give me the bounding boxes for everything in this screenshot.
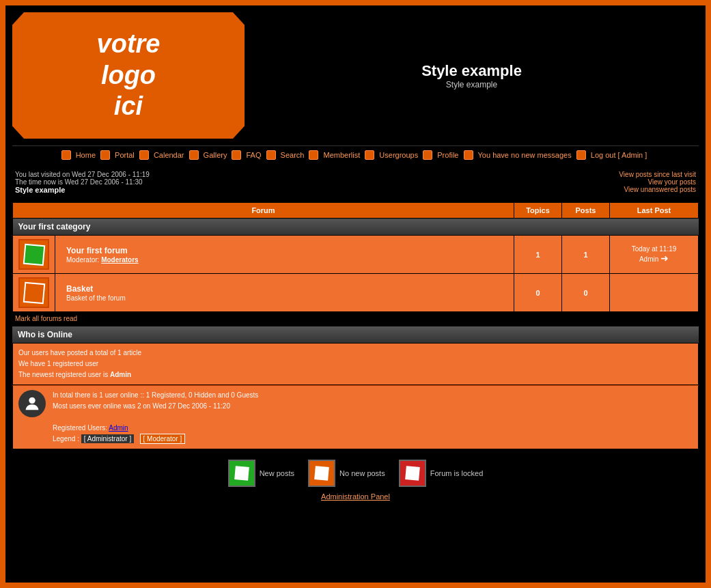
memberlist-icon xyxy=(309,150,318,160)
new-posts-label: New posts xyxy=(260,469,294,477)
nav-link-usergroups[interactable]: Usergroups xyxy=(379,151,418,159)
forum-name-link[interactable]: Basket xyxy=(66,284,93,294)
registered-user-link[interactable]: Admin xyxy=(109,424,128,432)
nav-item-gallery[interactable]: Gallery xyxy=(189,150,230,160)
forum-name-cell: Basket Basket of the forum xyxy=(55,274,514,312)
table-row: Your first forum Moderator: Moderators 1… xyxy=(13,236,699,274)
nav-link-memberlist[interactable]: Memberlist xyxy=(323,151,360,159)
no-new-posts-label: No new posts xyxy=(339,469,385,477)
table-row: Basket Basket of the forum 0 0 xyxy=(13,274,699,312)
forum-description: Basket of the forum xyxy=(66,294,126,302)
style-label: Style example xyxy=(15,186,150,194)
svg-point-0 xyxy=(29,397,35,404)
legend-mod-label: [ Moderator ] xyxy=(140,434,186,444)
nav-link-calendar[interactable]: Calendar xyxy=(154,151,184,159)
nav-link-profile[interactable]: Profile xyxy=(437,151,458,159)
nav-link-faq[interactable]: FAQ xyxy=(246,151,261,159)
view-posts-since-link[interactable]: View posts since last visit xyxy=(619,171,696,178)
logo-text: votre logo ici xyxy=(97,29,161,122)
stats-line3: The newest registered user is Admin xyxy=(18,369,141,380)
current-time: The time now is Wed 27 Dec 2006 - 11:30 xyxy=(15,178,150,186)
forum-new-posts-icon xyxy=(18,239,49,270)
nav-item-usergroups[interactable]: Usergroups xyxy=(365,150,421,160)
no-new-posts-icon xyxy=(308,460,335,487)
moderator-label: Moderator: Moderators xyxy=(66,256,139,264)
online-line1: In total there is 1 user online :: 1 Reg… xyxy=(53,390,258,401)
nav-item-memberlist[interactable]: Memberlist xyxy=(309,150,363,160)
no-new-posts-legend: No new posts xyxy=(308,460,385,487)
topics-count: 0 xyxy=(514,274,562,312)
nav-link-search[interactable]: Search xyxy=(281,151,305,159)
nav-item-faq[interactable]: FAQ xyxy=(232,150,264,160)
stats-bar: You last visited on Wed 27 Dec 2006 - 11… xyxy=(12,165,699,197)
nav-item-search[interactable]: Search xyxy=(266,150,307,160)
forum-header: Forum xyxy=(13,203,514,219)
site-subtitle: Style example xyxy=(245,80,699,89)
locked-legend: Forum is locked xyxy=(399,460,484,487)
locked-icon xyxy=(399,460,426,487)
legend-admin-label: [ Administrator ] xyxy=(81,434,134,443)
posts-count: 0 xyxy=(562,274,610,312)
navigation: Home Portal Calendar Gallery FAQ Search … xyxy=(12,145,699,165)
who-online-online: In total there is 1 user online :: 1 Reg… xyxy=(12,385,699,449)
topics-header: Topics xyxy=(514,203,562,219)
nav-item-portal[interactable]: Portal xyxy=(100,150,137,160)
last-post-arrow-icon: ➜ xyxy=(660,253,669,264)
topics-count: 1 xyxy=(514,236,562,274)
stats-right: View posts since last visit View your po… xyxy=(619,171,696,193)
messages-icon xyxy=(464,150,473,160)
profile-icon xyxy=(423,150,432,160)
locked-label: Forum is locked xyxy=(430,469,484,477)
nav-item-home[interactable]: Home xyxy=(61,150,98,160)
forum-icon-cell xyxy=(13,236,55,274)
header: votre logo ici Style example Style examp… xyxy=(12,12,699,139)
new-posts-icon xyxy=(228,460,255,487)
posts-count: 1 xyxy=(562,236,610,274)
nav-link-logout[interactable]: Log out [ Admin ] xyxy=(591,151,647,159)
last-post-cell: Today at 11:19 Admin ➜ xyxy=(610,236,699,274)
who-online-header: Who is Online xyxy=(12,326,699,343)
nav-item-calendar[interactable]: Calendar xyxy=(139,150,187,160)
category-row: Your first category xyxy=(13,219,699,236)
calendar-icon xyxy=(139,150,149,160)
site-title: Style example Style example xyxy=(245,62,699,89)
nav-item-messages[interactable]: You have no new messages xyxy=(464,150,574,160)
registered-users: Registered Users: Admin xyxy=(53,423,258,434)
home-icon xyxy=(61,150,71,160)
gallery-icon xyxy=(189,150,199,160)
last-post-cell xyxy=(610,274,699,312)
forum-icon-cell xyxy=(13,274,55,312)
nav-link-messages[interactable]: You have no new messages xyxy=(478,151,572,159)
admin-panel[interactable]: Administration Panel xyxy=(12,492,699,501)
new-posts-legend: New posts xyxy=(228,460,294,487)
forum-no-new-posts-icon xyxy=(18,277,49,308)
faq-icon xyxy=(232,150,241,160)
nav-link-gallery[interactable]: Gallery xyxy=(204,151,227,159)
moderator-link[interactable]: Moderators xyxy=(101,256,138,264)
posts-header: Posts xyxy=(562,203,610,219)
logo: votre logo ici xyxy=(12,12,245,139)
online-users-icon xyxy=(18,390,46,417)
nav-item-profile[interactable]: Profile xyxy=(423,150,461,160)
online-stats-text: In total there is 1 user online :: 1 Reg… xyxy=(53,390,258,445)
who-online-stats: Our users have posted a total of 1 artic… xyxy=(12,343,699,385)
mark-read-link[interactable]: Mark all forums read xyxy=(15,315,77,322)
usergroups-icon xyxy=(365,150,374,160)
newest-user-link[interactable]: Admin xyxy=(110,371,131,378)
view-unanswered-link[interactable]: View unanswered posts xyxy=(624,186,696,193)
nav-link-portal[interactable]: Portal xyxy=(115,151,135,159)
stats-line2: We have 1 registered user xyxy=(18,359,141,369)
mark-read[interactable]: Mark all forums read xyxy=(12,312,699,325)
nav-item-logout[interactable]: Log out [ Admin ] xyxy=(576,150,650,160)
footer: New posts No new posts Forum is locked A… xyxy=(12,449,699,504)
nav-link-home[interactable]: Home xyxy=(76,151,96,159)
forum-table: Forum Topics Posts Last Post Your first … xyxy=(12,202,699,312)
admin-panel-link[interactable]: Administration Panel xyxy=(321,492,390,501)
stats-line1: Our users have posted a total of 1 artic… xyxy=(18,348,141,359)
forum-name-cell: Your first forum Moderator: Moderators xyxy=(55,236,514,274)
forum-name-link[interactable]: Your first forum xyxy=(66,246,128,255)
view-your-posts-link[interactable]: View your posts xyxy=(648,178,696,186)
lastpost-header: Last Post xyxy=(610,203,699,219)
site-title-heading: Style example xyxy=(245,62,699,80)
search-icon xyxy=(266,150,276,160)
